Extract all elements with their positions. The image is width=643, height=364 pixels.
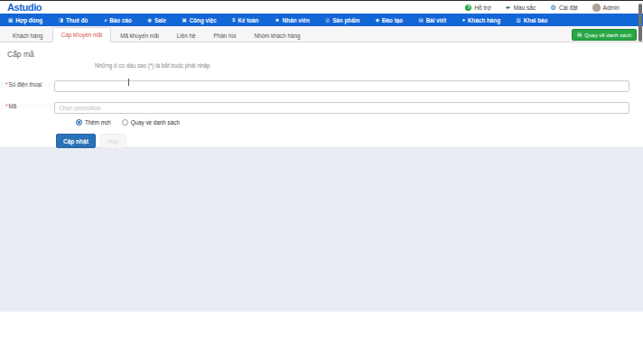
- nav-item-nhan-vien[interactable]: ☻ Nhân viên: [275, 17, 310, 23]
- nav-item-san-pham[interactable]: ◎ Sản phẩm: [325, 17, 359, 23]
- nav-label: Hợp đồng: [15, 17, 42, 23]
- nav-item-hop-dong[interactable]: ▦ Hợp đồng: [8, 17, 42, 23]
- app-logo: Astudio: [7, 1, 42, 14]
- nav-item-bai-viet[interactable]: ▤ Bài viết: [419, 17, 447, 23]
- promotion-select[interactable]: [54, 102, 629, 114]
- box-icon: ◨: [59, 17, 63, 23]
- form-row-phone: *Số điện thoại: [0, 76, 643, 92]
- nav-label: Báo cáo: [109, 17, 132, 23]
- circle-icon: ●: [462, 17, 465, 23]
- nav-item-cong-viec[interactable]: ▣ Công việc: [182, 17, 217, 23]
- radio-checked-icon[interactable]: [76, 119, 82, 126]
- header-actions: ? Hỗ trợ ✒ Màu sắc ⚙ Cài đặt Admin: [465, 4, 620, 12]
- globe-icon: ◎: [325, 17, 330, 23]
- phone-label-text: Số điện thoại: [8, 81, 42, 88]
- nav-label: Công việc: [190, 17, 217, 23]
- list-icon: ▤: [577, 33, 582, 37]
- tab-phan-hoi[interactable]: Phản hồi: [205, 28, 246, 43]
- nav-label: Bài viết: [426, 17, 446, 23]
- phone-input-wrap: [54, 76, 629, 92]
- nav-item-bao-cao[interactable]: ◕ Báo cáo: [104, 17, 132, 23]
- cancel-button[interactable]: Hủy: [100, 134, 127, 148]
- tab-lien-he[interactable]: Liên hệ: [168, 28, 205, 43]
- back-to-list-button[interactable]: ▤ Quay về danh sách: [572, 29, 637, 41]
- nav-label: Khai báo: [524, 17, 548, 23]
- user-label: Admin: [603, 5, 620, 11]
- scrollbar[interactable]: [638, 4, 642, 42]
- help-icon: ?: [465, 5, 471, 11]
- lock-icon: ◉: [147, 17, 152, 23]
- settings-label: Cài đặt: [559, 5, 578, 11]
- nav-item-dao-tao[interactable]: ◆ Đào tạo: [376, 17, 403, 23]
- help-menu[interactable]: ? Hỗ trợ: [465, 5, 490, 11]
- diamond-icon: ◆: [376, 17, 379, 23]
- article-icon: ▤: [419, 17, 424, 23]
- nav-label: Sản phẩm: [332, 17, 359, 23]
- form-card: Cấp mã Những ô có dấu sao (*) là bắt buộ…: [0, 42, 643, 147]
- text-caret: [128, 79, 129, 86]
- nav-item-sale[interactable]: ◉ Sale: [147, 17, 166, 23]
- nav-label: Khách hàng: [468, 17, 500, 23]
- gear-icon: ⚙: [550, 5, 556, 11]
- content-background: [0, 147, 643, 312]
- top-header: Astudio ? Hỗ trợ ✒ Màu sắc ⚙ Cài đặt Adm…: [0, 1, 643, 14]
- main-nav: ▦ Hợp đồng ◨ Thuê đồ ◕ Báo cáo ◉ Sale ▣ …: [0, 14, 643, 26]
- briefcase-icon: ▣: [182, 17, 187, 23]
- radio-unchecked-icon[interactable]: [122, 119, 128, 126]
- radio-them-moi[interactable]: Thêm mới: [76, 119, 111, 126]
- nav-label: Kế toán: [238, 17, 258, 23]
- person-icon: ☻: [275, 17, 280, 23]
- nav-item-khai-bao[interactable]: ▥ Khai báo: [517, 17, 548, 23]
- tab-ma-khuyen-mai[interactable]: Mã khuyến mãi: [111, 28, 168, 43]
- dollar-icon: $: [232, 17, 235, 23]
- nav-label: Sale: [154, 17, 166, 23]
- paint-icon: ✒: [506, 5, 511, 11]
- nav-item-thue-do[interactable]: ◨ Thuê đồ: [59, 17, 89, 23]
- page-title: Cấp mã: [0, 43, 643, 61]
- phone-input[interactable]: [54, 80, 629, 92]
- page: Astudio ? Hỗ trợ ✒ Màu sắc ⚙ Cài đặt Adm…: [0, 0, 643, 364]
- tab-nhom-khach-hang[interactable]: Nhóm khách hàng: [245, 28, 309, 43]
- radio-quay-ve-label: Quay về danh sách: [131, 119, 180, 126]
- bottom-whitespace: [0, 312, 643, 364]
- required-note: Những ô có dấu sao (*) là bắt buộc phải …: [95, 62, 643, 69]
- nav-label: Nhân viên: [283, 17, 310, 23]
- update-button[interactable]: Cập nhật: [56, 134, 96, 148]
- sub-tabbar: Khách hàng Cấp khuyến mãi Mã khuyến mãi …: [0, 26, 643, 42]
- tab-cap-khuyen-mai[interactable]: Cấp khuyến mãi: [52, 27, 112, 43]
- cart-icon: ▦: [8, 17, 13, 23]
- tab-khach-hang[interactable]: Khách hàng: [4, 28, 52, 43]
- nav-label: Đào tạo: [382, 17, 403, 23]
- nav-item-ke-toan[interactable]: $ Kế toán: [232, 17, 258, 23]
- grid-icon: ▥: [517, 17, 521, 23]
- back-to-list-label: Quay về danh sách: [584, 33, 631, 38]
- color-label: Màu sắc: [514, 5, 536, 11]
- form-buttons: Cập nhật Hủy: [56, 134, 643, 148]
- nav-item-khach-hang[interactable]: ● Khách hàng: [462, 17, 500, 23]
- avatar: [592, 4, 601, 12]
- radio-quay-ve[interactable]: Quay về danh sách: [122, 119, 180, 126]
- settings-menu[interactable]: ⚙ Cài đặt: [550, 5, 577, 11]
- code-label-text: Mã: [8, 103, 16, 109]
- nav-label: Thuê đồ: [66, 17, 88, 23]
- promotion-input-wrap: [54, 98, 629, 114]
- code-label: *Mã: [0, 103, 54, 109]
- phone-label: *Số điện thoại: [0, 81, 54, 88]
- user-menu[interactable]: Admin: [592, 4, 620, 12]
- form-row-code: *Mã: [0, 98, 643, 114]
- pie-chart-icon: ◕: [104, 17, 107, 23]
- after-save-options: Thêm mới Quay về danh sách: [76, 119, 643, 126]
- help-label: Hỗ trợ: [474, 5, 490, 11]
- radio-them-moi-label: Thêm mới: [85, 119, 111, 126]
- color-menu[interactable]: ✒ Màu sắc: [506, 5, 536, 11]
